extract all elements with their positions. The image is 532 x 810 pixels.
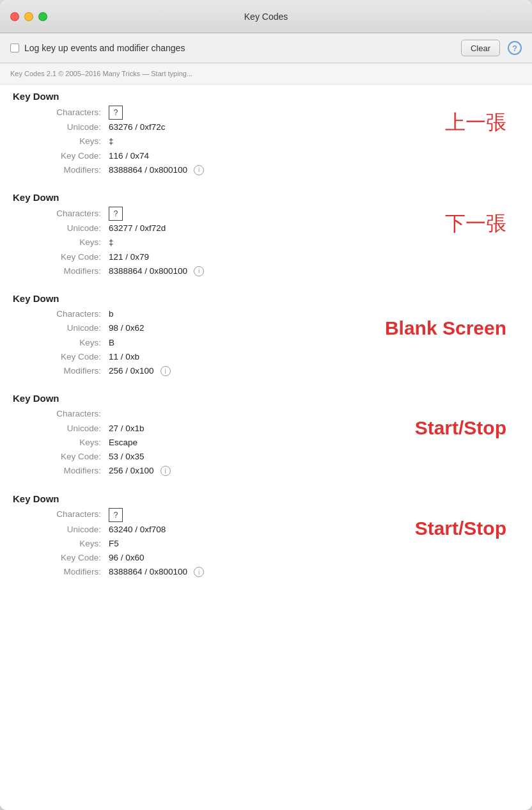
key-row: Key Code: 11 / 0xb (26, 351, 519, 363)
statusbar: Key Codes 2.1 © 2005–2016 Many Tricks — … (0, 63, 532, 84)
annotation-2: 下一張 (445, 210, 506, 238)
annotation-1: 上一張 (445, 109, 506, 137)
checkbox-wrapper: Log key up events and modifier changes (10, 43, 453, 53)
label-characters: Characters: (26, 508, 109, 521)
key-row: Key Code: 121 / 0x79 (26, 251, 519, 264)
value-characters: ? (109, 207, 123, 221)
titlebar: Key Codes (0, 0, 532, 33)
value-keys: ‡ (109, 135, 114, 148)
label-keys: Keys: (26, 236, 109, 249)
label-modifiers: Modifiers: (26, 465, 109, 477)
label-keycode: Key Code: (26, 552, 109, 564)
statusbar-text: Key Codes 2.1 © 2005–2016 Many Tricks — … (10, 70, 192, 77)
value-keys: Escape (109, 436, 137, 449)
value-unicode: 63276 / 0xf72c (109, 121, 166, 134)
close-button[interactable] (10, 12, 19, 21)
char-box: ? (109, 508, 123, 522)
maximize-button[interactable] (38, 12, 47, 21)
content-area: Key Down Characters: ? Unicode: 63276 / … (0, 84, 532, 810)
log-events-checkbox[interactable] (10, 44, 19, 52)
key-row: Modifiers: 256 / 0x100 i (26, 465, 519, 477)
value-unicode: 98 / 0x62 (109, 322, 145, 335)
label-unicode: Unicode: (26, 523, 109, 536)
traffic-lights (10, 12, 47, 21)
key-event-5-title: Key Down (13, 493, 519, 504)
value-characters: ? (109, 106, 123, 120)
label-characters: Characters: (26, 207, 109, 220)
label-modifiers: Modifiers: (26, 265, 109, 278)
value-keycode: 53 / 0x35 (109, 450, 145, 463)
info-icon[interactable]: i (160, 466, 171, 476)
label-unicode: Unicode: (26, 422, 109, 435)
value-keycode: 11 / 0xb (109, 351, 139, 363)
label-unicode: Unicode: (26, 222, 109, 235)
annotation-4: Start/Stop (415, 417, 506, 439)
info-icon[interactable]: i (160, 366, 171, 376)
minimize-button[interactable] (24, 12, 33, 21)
label-characters: Characters: (26, 408, 109, 420)
value-modifiers: 8388864 / 0x800100 i (109, 265, 204, 278)
label-characters: Characters: (26, 308, 109, 321)
key-event-3: Key Down Characters: b Unicode: 98 / 0x6… (13, 293, 519, 377)
info-icon[interactable]: i (194, 567, 204, 577)
key-row: Key Code: 116 / 0x74 (26, 150, 519, 163)
main-window: Key Codes Log key up events and modifier… (0, 0, 532, 810)
label-modifiers: Modifiers: (26, 566, 109, 578)
label-keys: Keys: (26, 436, 109, 449)
key-row: Modifiers: 8388864 / 0x800100 i (26, 164, 519, 177)
key-row: Keys: ‡ (26, 236, 519, 249)
label-keycode: Key Code: (26, 450, 109, 463)
key-event-1-title: Key Down (13, 91, 519, 102)
key-event-2-title: Key Down (13, 192, 519, 203)
key-row: Modifiers: 8388864 / 0x800100 i (26, 566, 519, 578)
annotation-3: Blank Screen (385, 317, 506, 339)
info-icon[interactable]: i (194, 165, 204, 175)
value-characters: ? (109, 508, 123, 522)
key-event-1-rows: Characters: ? Unicode: 63276 / 0xf72c Ke… (13, 106, 519, 177)
key-event-2-rows: Characters: ? Unicode: 63277 / 0xf72d Ke… (13, 207, 519, 278)
label-unicode: Unicode: (26, 322, 109, 335)
label-unicode: Unicode: (26, 121, 109, 134)
label-keys: Keys: (26, 537, 109, 550)
label-modifiers: Modifiers: (26, 164, 109, 177)
label-keycode: Key Code: (26, 251, 109, 264)
clear-button[interactable]: Clear (461, 40, 500, 56)
key-event-2: Key Down Characters: ? Unicode: 63277 / … (13, 192, 519, 278)
label-keys: Keys: (26, 337, 109, 349)
toolbar: Log key up events and modifier changes C… (0, 33, 532, 63)
label-characters: Characters: (26, 106, 109, 119)
key-event-3-title: Key Down (13, 293, 519, 304)
key-row: Key Code: 53 / 0x35 (26, 450, 519, 463)
value-keys: ‡ (109, 236, 114, 249)
value-unicode: 63277 / 0xf72d (109, 222, 166, 235)
key-row: Modifiers: 8388864 / 0x800100 i (26, 265, 519, 278)
info-icon[interactable]: i (194, 266, 204, 276)
key-event-5: Key Down Characters: ? Unicode: 63240 / … (13, 493, 519, 579)
value-modifiers: 256 / 0x100 i (109, 465, 171, 477)
key-event-4: Key Down Characters: Unicode: 27 / 0x1b … (13, 393, 519, 477)
key-row: Keys: ‡ (26, 135, 519, 148)
value-unicode: 63240 / 0xf708 (109, 523, 166, 536)
key-row: Key Code: 96 / 0x60 (26, 552, 519, 564)
value-keys: B (109, 337, 114, 349)
char-box: ? (109, 207, 123, 221)
key-event-1: Key Down Characters: ? Unicode: 63276 / … (13, 91, 519, 177)
char-box: ? (109, 106, 123, 120)
key-row: Modifiers: 256 / 0x100 i (26, 365, 519, 377)
value-modifiers: 8388864 / 0x800100 i (109, 566, 204, 578)
value-keycode: 116 / 0x74 (109, 150, 149, 163)
label-keycode: Key Code: (26, 150, 109, 163)
key-event-4-title: Key Down (13, 393, 519, 404)
value-keys: F5 (109, 537, 119, 550)
value-keycode: 121 / 0x79 (109, 251, 149, 264)
label-keycode: Key Code: (26, 351, 109, 363)
value-modifiers: 8388864 / 0x800100 i (109, 164, 204, 177)
checkbox-label: Log key up events and modifier changes (24, 43, 185, 53)
help-button[interactable]: ? (508, 41, 522, 55)
value-unicode: 27 / 0x1b (109, 422, 145, 435)
value-characters: b (109, 308, 114, 321)
label-modifiers: Modifiers: (26, 365, 109, 377)
key-row: Keys: F5 (26, 537, 519, 550)
value-keycode: 96 / 0x60 (109, 552, 145, 564)
window-title: Key Codes (244, 12, 288, 22)
